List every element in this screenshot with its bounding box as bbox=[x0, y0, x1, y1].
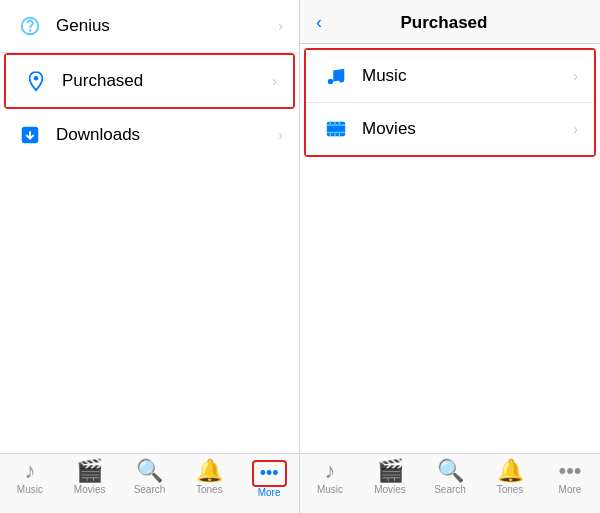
movies-tab-label-right: Movies bbox=[374, 484, 406, 495]
left-panel: Genius › Purchased › bbox=[0, 0, 300, 513]
movies-chevron-right: › bbox=[573, 121, 578, 137]
search-tab-label-right: Search bbox=[434, 484, 466, 495]
search-tab-icon-right: 🔍 bbox=[437, 460, 464, 482]
svg-point-4 bbox=[328, 79, 334, 85]
svg-rect-11 bbox=[339, 122, 340, 125]
right-list: Music › bbox=[300, 44, 600, 453]
left-list: Genius › Purchased › bbox=[0, 0, 299, 453]
svg-point-2 bbox=[34, 76, 39, 81]
more-tab-icon-left: ••• bbox=[260, 463, 279, 483]
tones-tab-label-left: Tones bbox=[196, 484, 223, 495]
right-title: Purchased bbox=[304, 13, 584, 33]
right-panel: ‹ Purchased Music › bbox=[300, 0, 600, 513]
music-item-right[interactable]: Music › bbox=[306, 50, 594, 103]
movies-item-right[interactable]: Movies › bbox=[306, 103, 594, 155]
tab-movies-right[interactable]: 🎬 Movies bbox=[360, 460, 420, 495]
tab-search-left[interactable]: 🔍 Search bbox=[120, 460, 180, 495]
movies-icon-right bbox=[322, 115, 350, 143]
downloads-label: Downloads bbox=[56, 125, 278, 145]
purchased-highlight: Purchased › bbox=[4, 53, 295, 109]
search-tab-icon-left: 🔍 bbox=[136, 460, 163, 482]
tab-more-right[interactable]: ••• More bbox=[540, 460, 600, 495]
music-tab-icon-right: ♪ bbox=[325, 460, 336, 482]
purchased-icon bbox=[22, 67, 50, 95]
movies-tab-label-left: Movies bbox=[74, 484, 106, 495]
tab-more-left[interactable]: ••• More bbox=[239, 460, 299, 498]
more-tab-label-right: More bbox=[559, 484, 582, 495]
movies-tab-icon-right: 🎬 bbox=[377, 460, 404, 482]
svg-point-5 bbox=[339, 77, 345, 83]
tones-tab-label-right: Tones bbox=[497, 484, 524, 495]
tones-tab-icon-right: 🔔 bbox=[497, 460, 524, 482]
genius-chevron: › bbox=[278, 18, 283, 34]
svg-rect-14 bbox=[339, 133, 340, 137]
svg-rect-13 bbox=[334, 133, 335, 137]
more-highlight: ••• bbox=[252, 460, 287, 487]
svg-point-1 bbox=[30, 30, 31, 31]
tab-music-right[interactable]: ♪ Music bbox=[300, 460, 360, 495]
svg-rect-7 bbox=[327, 124, 345, 125]
search-tab-label-left: Search bbox=[134, 484, 166, 495]
downloads-icon bbox=[16, 121, 44, 149]
purchased-chevron: › bbox=[272, 73, 277, 89]
genius-label: Genius bbox=[56, 16, 278, 36]
tab-tones-right[interactable]: 🔔 Tones bbox=[480, 460, 540, 495]
downloads-item[interactable]: Downloads › bbox=[0, 109, 299, 161]
movies-label-right: Movies bbox=[362, 119, 573, 139]
tones-tab-icon-left: 🔔 bbox=[196, 460, 223, 482]
music-icon-right bbox=[322, 62, 350, 90]
svg-rect-12 bbox=[330, 133, 331, 137]
right-tab-bar: ♪ Music 🎬 Movies 🔍 Search 🔔 Tones ••• Mo… bbox=[300, 453, 600, 513]
tab-search-right[interactable]: 🔍 Search bbox=[420, 460, 480, 495]
genius-icon bbox=[16, 12, 44, 40]
purchased-item[interactable]: Purchased › bbox=[6, 55, 293, 107]
media-highlight: Music › bbox=[304, 48, 596, 157]
tab-tones-left[interactable]: 🔔 Tones bbox=[179, 460, 239, 495]
more-tab-icon-right: ••• bbox=[558, 460, 581, 482]
music-label-right: Music bbox=[362, 66, 573, 86]
tab-movies-left[interactable]: 🎬 Movies bbox=[60, 460, 120, 495]
tab-music-left[interactable]: ♪ Music bbox=[0, 460, 60, 495]
genius-item[interactable]: Genius › bbox=[0, 0, 299, 53]
purchased-label: Purchased bbox=[62, 71, 272, 91]
music-tab-label-left: Music bbox=[17, 484, 43, 495]
right-header: ‹ Purchased bbox=[300, 0, 600, 44]
svg-rect-10 bbox=[334, 122, 335, 125]
music-chevron-right: › bbox=[573, 68, 578, 84]
left-tab-bar: ♪ Music 🎬 Movies 🔍 Search 🔔 Tones ••• Mo… bbox=[0, 453, 299, 513]
downloads-chevron: › bbox=[278, 127, 283, 143]
music-tab-label-right: Music bbox=[317, 484, 343, 495]
music-tab-icon-left: ♪ bbox=[24, 460, 35, 482]
more-tab-label-left: More bbox=[258, 487, 281, 498]
movies-tab-icon-left: 🎬 bbox=[76, 460, 103, 482]
svg-rect-9 bbox=[330, 122, 331, 125]
